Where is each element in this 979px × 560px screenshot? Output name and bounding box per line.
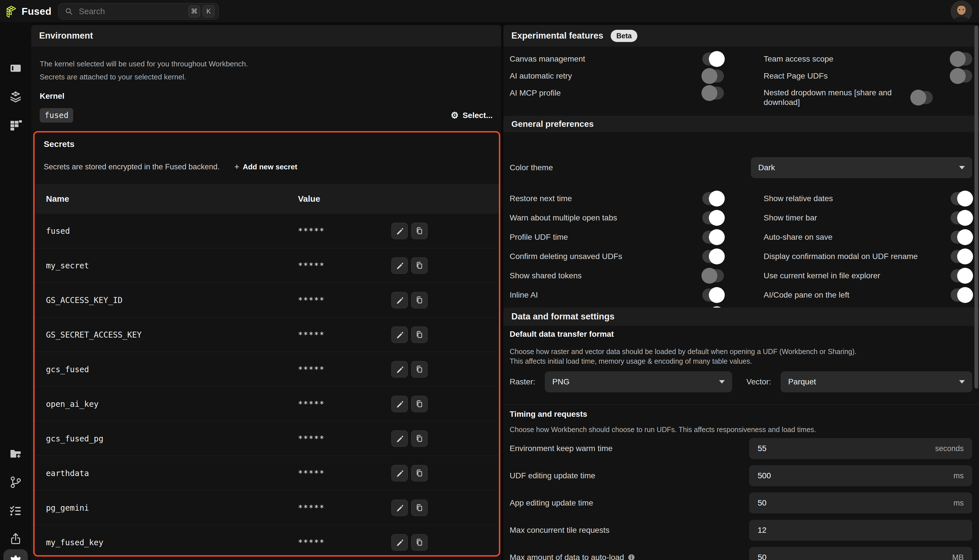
warn-multiple-tabs-toggle[interactable] [702, 212, 724, 224]
secret-masked-value: ***** [298, 261, 325, 270]
number-input[interactable] [758, 444, 881, 453]
sidebar-item-layers[interactable] [9, 90, 22, 104]
edit-secret-button[interactable] [391, 430, 408, 447]
color-theme-dropdown[interactable]: Dark [751, 157, 972, 178]
team-access-scope-toggle[interactable] [951, 52, 972, 65]
toggle-label: Auto-share on save [764, 232, 951, 242]
number-input[interactable] [758, 498, 881, 508]
restore-next-time-toggle[interactable] [702, 192, 724, 205]
vector-format-dropdown[interactable]: Parquet [781, 372, 972, 392]
search-input[interactable] [79, 7, 186, 16]
general-preferences-title: General preferences [511, 119, 594, 129]
layers-icon [9, 90, 22, 104]
pencil-icon [395, 261, 404, 270]
user-avatar[interactable] [951, 0, 972, 22]
edit-secret-button[interactable] [391, 327, 408, 343]
copy-secret-button[interactable] [411, 534, 428, 551]
kernel-value-chip[interactable]: fused [40, 108, 73, 123]
ai-automatic-retry-toggle[interactable] [702, 70, 724, 83]
show-relative-dates-toggle[interactable] [951, 192, 972, 205]
left-icon-rail [0, 23, 31, 560]
kernel-select-button[interactable]: ⚙ Select... [450, 111, 493, 120]
toggle-label: Confirm deleting unsaved UDFs [510, 252, 702, 261]
edit-secret-button[interactable] [391, 465, 408, 482]
copy-secret-button[interactable] [411, 361, 428, 378]
table-row: my_fused_key ***** [35, 525, 499, 557]
copy-secret-button[interactable] [411, 223, 428, 239]
environment-description-line2: Secrets are attached to your selected ke… [40, 73, 493, 82]
show-timer-bar-toggle[interactable] [951, 212, 972, 224]
data-format-description-line1: Choose how raster and vector data should… [510, 347, 857, 356]
git-branch-icon [9, 475, 22, 489]
edit-secret-button[interactable] [391, 223, 408, 239]
show-shared-tokens-toggle[interactable] [702, 269, 724, 282]
raster-format-dropdown[interactable]: PNG [545, 372, 732, 392]
canvas-management-toggle[interactable] [702, 52, 724, 65]
sidebar-item-editor[interactable] [9, 61, 22, 75]
edit-secret-button[interactable] [391, 257, 408, 274]
settings-panel: Experimental features Beta Canvas manage… [504, 25, 979, 560]
sidebar-item-git[interactable] [9, 475, 22, 489]
number-input[interactable] [758, 526, 881, 535]
copy-icon [415, 400, 424, 408]
info-icon[interactable] [627, 553, 635, 560]
edit-secret-button[interactable] [391, 500, 408, 516]
toggle-label: Restore next time [510, 194, 702, 203]
react-page-udfs-toggle[interactable] [951, 70, 972, 83]
sidebar-item-settings[interactable] [3, 549, 28, 560]
copy-secret-button[interactable] [411, 396, 428, 412]
edit-secret-button[interactable] [391, 396, 408, 412]
unit-label: ms [954, 472, 964, 480]
sidebar-item-apps[interactable] [9, 118, 22, 132]
profile-udf-time-toggle[interactable] [702, 231, 724, 244]
sidebar-item-new-folder[interactable] [9, 447, 22, 460]
ai-code-pane-left-toggle[interactable] [951, 288, 972, 302]
confirm-deleting-unsaved-udfs-toggle[interactable] [702, 250, 724, 263]
secrets-table-header: Name Value [35, 184, 499, 213]
edit-secret-button[interactable] [391, 534, 408, 551]
nested-dropdown-menus-toggle[interactable] [911, 91, 933, 104]
toggle-label: Team access scope [764, 54, 951, 64]
number-input[interactable] [758, 471, 881, 480]
add-new-secret-button[interactable]: + Add new secret [234, 162, 297, 172]
copy-secret-button[interactable] [411, 292, 428, 308]
copy-secret-button[interactable] [411, 257, 428, 274]
secret-name: GS_SECRET_ACCESS_KEY [46, 330, 142, 339]
pencil-icon [395, 503, 404, 512]
table-row: earthdata ***** [35, 456, 499, 490]
edit-secret-button[interactable] [391, 292, 408, 308]
pencil-icon [395, 469, 404, 477]
secret-masked-value: ***** [298, 295, 325, 305]
inline-ai-toggle[interactable] [702, 288, 724, 302]
vertical-scrollbar-thumb[interactable] [974, 25, 978, 388]
sidebar-item-share[interactable] [9, 532, 22, 546]
copy-secret-button[interactable] [411, 500, 428, 516]
secrets-table-body: fused ***** my_secret ***** GS_ACCESS_KE… [35, 213, 499, 557]
color-theme-value: Dark [758, 163, 775, 172]
secret-name: my_fused_key [46, 538, 103, 547]
search-bar[interactable]: ⌘ K [58, 3, 219, 20]
copy-secret-button[interactable] [411, 327, 428, 343]
use-current-kernel-file-explorer-toggle[interactable] [951, 269, 972, 282]
sidebar-item-tasks[interactable] [9, 504, 22, 517]
auto-share-on-save-toggle[interactable] [951, 231, 972, 244]
number-input[interactable] [758, 553, 881, 560]
experimental-features-header: Experimental features Beta [504, 25, 979, 47]
brand-title: Fused [22, 0, 52, 23]
table-row: pg_gemini ***** [35, 490, 499, 525]
toggle-label: Profile UDF time [510, 232, 702, 242]
confirmation-modal-udf-rename-toggle[interactable] [951, 250, 972, 263]
field-label: Environment keep warm time [510, 444, 613, 453]
ai-mcp-profile-toggle[interactable] [702, 87, 724, 100]
search-icon [65, 7, 73, 16]
edit-secret-button[interactable] [391, 361, 408, 378]
unit-label: MB [952, 553, 964, 560]
toggle-label: Show shared tokens [510, 271, 702, 280]
copy-secret-button[interactable] [411, 465, 428, 482]
data-format-header: Data and format settings [504, 308, 979, 326]
share-icon [9, 532, 22, 546]
secret-masked-value: ***** [298, 399, 325, 408]
copy-secret-button[interactable] [411, 430, 428, 447]
chevron-down-icon [959, 380, 965, 383]
copy-icon [415, 503, 424, 512]
